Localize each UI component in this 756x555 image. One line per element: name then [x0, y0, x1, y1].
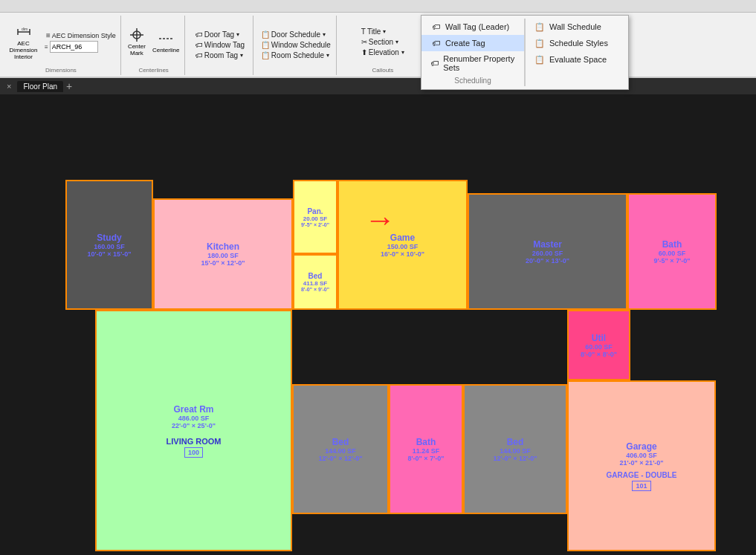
quick-access-bar	[0, 0, 756, 13]
schedule-styles-icon: 📋	[534, 38, 545, 48]
ribbon-group-tags: 🏷 Door Tag ▾ 🏷 Window Tag 🏷 Room Tag ▾	[187, 16, 253, 75]
util-dim: 8'-0" × 8'-0"	[581, 351, 617, 358]
elevation-btn[interactable]: ⬆ Elevation ▾	[360, 48, 406, 57]
bed-mid-left-dim: 12'-0" × 12'-0"	[318, 455, 362, 462]
master-dim: 20'-0" × 13'-0"	[526, 257, 569, 264]
pantry-name: Pan.	[307, 207, 323, 215]
svg-text:dim: dim	[22, 27, 28, 31]
kitchen-dim: 15'-0" × 12'-0"	[201, 259, 245, 267]
room-game: Game 150.00 SF 16'-0" × 10'-0"	[337, 180, 468, 310]
wall-tag-leader-icon: 🏷	[430, 22, 441, 32]
bath-mid-sf: 11.24 SF	[413, 447, 440, 455]
wall-schedule-icon: 📋	[534, 22, 545, 32]
study-name: Study	[97, 233, 121, 243]
game-dim: 16'-0" × 10'-0"	[381, 250, 424, 258]
study-dim: 10'-0" × 15'-0"	[87, 250, 131, 258]
wall-schedule-item[interactable]: 📋 Wall Schedule	[526, 19, 628, 35]
garage-tag: 101	[632, 481, 650, 491]
bed-mid-right-dim: 12'-0" × 12'-0"	[493, 455, 537, 462]
ribbon-group-centerlines: Center Mark Centerline Centerlines	[123, 16, 185, 75]
room-bath-mid: Bath 11.24 SF 8'-0" × 7'-0"	[389, 384, 463, 514]
create-tag-item[interactable]: 🏷 Create Tag	[421, 35, 524, 51]
great-rm-sf: 486.00 SF	[178, 415, 210, 422]
dimensions-label: Dimensions	[45, 66, 77, 74]
dropdown-right-col: 📋 Wall Schedule 📋 Schedule Styles 📋 Eval…	[525, 19, 628, 86]
living-room-label: LIVING ROOM	[167, 437, 222, 446]
window-schedule-btn[interactable]: 📋 Window Schedule	[259, 40, 332, 50]
room-bed-mid-left: Bed 144.00 SF 12'-0" × 12'-0"	[292, 384, 389, 514]
tab-close-icon[interactable]: ×	[4, 82, 14, 91]
schedule-styles-item[interactable]: 📋 Schedule Styles	[526, 35, 628, 51]
section-btn[interactable]: ✂ Section ▾	[360, 37, 406, 47]
wall-tag-leader-item[interactable]: 🏷 Wall Tag (Leader)	[421, 19, 524, 35]
room-study: Study 160.00 SF 10'-0" × 15'-0"	[65, 180, 153, 310]
room-tag-btn[interactable]: 🏷 Room Tag ▾	[194, 51, 246, 60]
renumber-icon: 🏷	[430, 58, 439, 68]
room-garage: Garage 406.00 SF 21'-0" × 21'-0" GARAGE …	[567, 380, 716, 551]
master-sf: 260.00 SF	[532, 250, 563, 257]
bed-mid-right-sf: 144.00 SF	[500, 447, 531, 455]
arch-combo-row: ≡	[45, 41, 117, 53]
garage-name: Garage	[626, 441, 656, 452]
room-bath-top: Bath 60.00 SF 9'-5" × 7'-0"	[627, 193, 717, 310]
active-tab[interactable]: Floor Plan	[17, 81, 63, 92]
bed-mid-left-sf: 144.00 SF	[325, 447, 356, 455]
dropdown-left-col: 🏷 Wall Tag (Leader) 🏷 Create Tag 🏷 Renum…	[421, 19, 524, 86]
bath-top-dim: 9'-5" × 7'-0"	[653, 257, 690, 264]
room-schedule-btn[interactable]: 📋 Room Schedule ▾	[259, 51, 332, 60]
arch-combo[interactable]	[50, 41, 98, 53]
game-sf: 150.00 SF	[387, 243, 419, 250]
tag-dropdown-menu: 🏷 Wall Tag (Leader) 🏷 Create Tag 🏷 Renum…	[421, 15, 629, 90]
tab-bar: × Floor Plan +	[0, 78, 756, 94]
bath-top-name: Bath	[662, 239, 682, 250]
evaluate-space-icon: 📋	[534, 54, 545, 65]
pantry-dim: 9'-5" × 2'-0"	[301, 222, 329, 227]
centerline-btn[interactable]: Centerline	[150, 30, 181, 54]
master-name: Master	[533, 239, 562, 250]
room-util: Util 60.00 SF 8'-0" × 8'-0"	[567, 310, 630, 380]
door-tag-btn[interactable]: 🏷 Door Tag ▾	[194, 30, 246, 39]
util-name: Util	[592, 333, 606, 343]
bath-mid-dim: 8'-0" × 7'-0"	[407, 455, 444, 462]
bed-mid-left-name: Bed	[332, 437, 349, 447]
bed-top-yellow-dim: 8'-0" × 9'-0"	[301, 287, 329, 292]
room-bed-top-yellow: Bed 411.8 SF 8'-0" × 9'-0"	[293, 254, 337, 310]
ribbon: dim AEC Dimension Interior ≡ AEC Dimensi…	[0, 0, 756, 78]
ribbon-group-schedules: 📋 Door Schedule ▾ 📋 Window Schedule 📋 Ro…	[255, 16, 337, 75]
evaluate-space-item[interactable]: 📋 Evaluate Space	[526, 51, 628, 68]
room-master: Master 260.00 SF 20'-0" × 13'-0"	[468, 193, 627, 310]
door-schedule-btn[interactable]: 📋 Door Schedule ▾	[259, 30, 332, 39]
title-btn[interactable]: T Title ▾	[360, 27, 406, 36]
kitchen-sf: 180.00 SF	[207, 252, 239, 259]
bath-mid-name: Bath	[416, 437, 436, 447]
ribbon-group-dimensions: dim AEC Dimension Interior ≡ AEC Dimensi…	[1, 16, 121, 75]
red-arrow: →	[364, 202, 395, 238]
room-kitchen: Kitchen 180.00 SF 15'-0" × 12'-0"	[153, 198, 293, 310]
bed-top-yellow-sf: 411.8 SF	[303, 280, 327, 287]
tab-add-icon[interactable]: +	[66, 80, 72, 92]
garage-dim: 21'-0" × 21'-0"	[619, 459, 663, 467]
room-pantry: Pan. 20.00 SF 9'-5" × 2'-0"	[293, 180, 337, 254]
create-tag-icon: 🏷	[430, 38, 441, 48]
scheduling-label: Scheduling	[421, 75, 524, 86]
callouts-label: callouts	[372, 66, 393, 74]
great-rm-name: Great Rm	[173, 404, 213, 415]
aec-dimension-style-btn[interactable]: ≡ AEC Dimension Style	[45, 30, 117, 40]
bed-top-yellow-name: Bed	[308, 272, 323, 280]
pantry-sf: 20.00 SF	[303, 215, 327, 222]
ribbon-group-callouts: T Title ▾ ✂ Section ▾ ⬆ Elevation ▾	[338, 16, 427, 75]
util-sf: 60.00 SF	[585, 343, 613, 351]
canvas: Study 160.00 SF 10'-0" × 15'-0" Kitchen …	[0, 94, 756, 555]
garage-double-label: GARAGE - DOUBLE	[607, 471, 677, 479]
great-rm-dim: 22'-0" × 25'-0"	[172, 422, 216, 429]
aec-dimension-interior-btn[interactable]: dim AEC Dimension Interior	[4, 23, 42, 61]
room-bed-mid-right: Bed 144.00 SF 12'-0" × 12'-0"	[463, 384, 567, 514]
ribbon-main: dim AEC Dimension Interior ≡ AEC Dimensi…	[0, 13, 756, 77]
bath-top-sf: 60.00 SF	[659, 250, 686, 257]
renumber-property-sets-item[interactable]: 🏷 Renumber Property Sets	[421, 51, 524, 75]
kitchen-name: Kitchen	[207, 241, 239, 252]
window-tag-btn[interactable]: 🏷 Window Tag	[194, 40, 246, 50]
study-sf: 160.00 SF	[94, 243, 125, 250]
bed-mid-right-name: Bed	[507, 437, 524, 447]
center-mark-btn[interactable]: Center Mark	[126, 26, 148, 57]
